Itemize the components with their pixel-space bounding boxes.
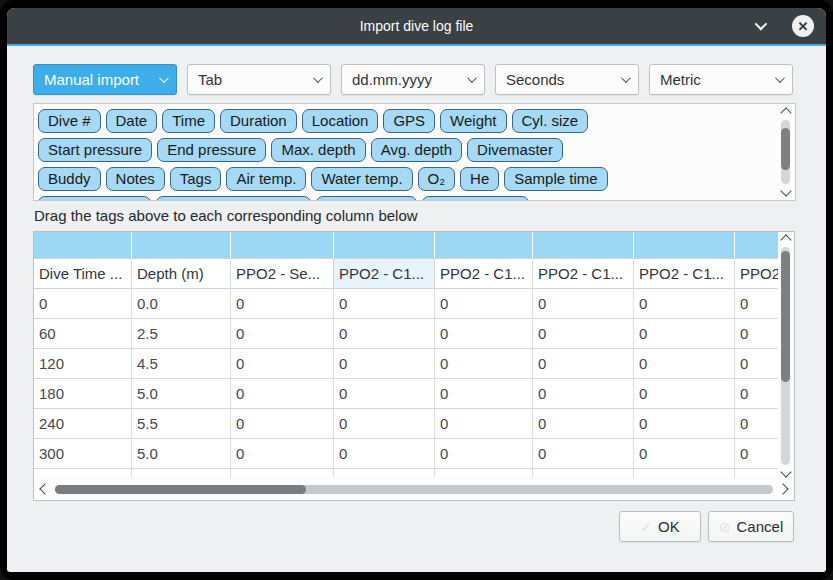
tag-chip[interactable]: Time [162, 109, 215, 133]
table-hscrollbar[interactable] [35, 479, 793, 499]
table-cell: 0 [231, 439, 334, 469]
table-cell: 300 [34, 439, 132, 469]
tag-chip[interactable]: Tags [170, 167, 222, 191]
table-cell: 0 [435, 349, 533, 379]
import-dialog-window: Import dive log file ✕ Manual importTabd… [7, 8, 826, 572]
table-cell: 0 [735, 409, 778, 439]
table-vscrollbar[interactable] [778, 233, 793, 479]
table-cell: 0 [231, 349, 334, 379]
table-row: 1805.0000000 [34, 379, 794, 409]
table-vscrollbar-track[interactable] [781, 247, 790, 465]
tag-chip[interactable]: Max. depth [271, 138, 365, 162]
table-cell: 0 [533, 289, 634, 319]
table-cell: 0 [533, 439, 634, 469]
table-hscrollbar-thumb[interactable] [55, 485, 306, 494]
tag-chip[interactable]: Sample temperature [156, 196, 312, 201]
drop-target-cell[interactable] [634, 232, 735, 259]
tag-chip[interactable]: Water temp. [311, 167, 412, 191]
tag-chip[interactable]: Sample CNS [422, 196, 529, 201]
select-value: Metric [660, 71, 775, 88]
table-header-row: Dive Time ...Depth (m)PPO2 - Se...PPO2 -… [34, 259, 794, 289]
tag-scrollbar-thumb[interactable] [781, 128, 790, 170]
tag-chip[interactable]: He [460, 167, 499, 191]
tag-chip[interactable]: Sample time [504, 167, 607, 191]
import-settings-row: Manual importTabdd.mm.yyyySecondsMetric [33, 64, 793, 95]
tag-chip[interactable]: Location [302, 109, 379, 133]
accent-line [7, 44, 826, 46]
table-cell: 0 [334, 439, 435, 469]
tag-chip[interactable]: Weight [440, 109, 506, 133]
drop-target-cell[interactable] [231, 232, 334, 259]
table-cell: 0 [634, 289, 735, 319]
date-format-select[interactable]: dd.mm.yyyy [341, 64, 485, 95]
tag-chip[interactable]: Sample pO₂ [316, 196, 417, 201]
field-separator-select[interactable]: Tab [187, 64, 331, 95]
drop-target-cell[interactable] [132, 232, 231, 259]
tag-chip[interactable]: Duration [220, 109, 297, 133]
tag-chip[interactable]: Start pressure [38, 138, 152, 162]
scroll-up-icon[interactable] [780, 107, 791, 118]
table-cell: 0 [435, 439, 533, 469]
table-cell: 5.0 [132, 379, 231, 409]
column-header: PPO2 - C1... [334, 259, 435, 289]
table-cell: 0 [435, 379, 533, 409]
table-cell [634, 469, 735, 478]
duration-format-select[interactable]: Seconds [495, 64, 639, 95]
scroll-down-icon[interactable] [780, 185, 791, 196]
column-header: PPO2 - C1... [533, 259, 634, 289]
units-select[interactable]: Metric [649, 64, 793, 95]
table-cell: 0 [735, 319, 778, 349]
scroll-up-icon[interactable] [780, 234, 791, 245]
table-cell [334, 469, 435, 478]
ok-button[interactable]: ✓ OK [619, 511, 701, 542]
table-row: 3005.0000000 [34, 439, 794, 469]
table-cell: 0 [634, 319, 735, 349]
table-row: 00.0000000 [34, 289, 794, 319]
drop-target-cell[interactable] [735, 232, 778, 259]
tag-chip[interactable]: GPS [383, 109, 435, 133]
tag-chip[interactable]: Date [106, 109, 158, 133]
drop-target-cell[interactable] [435, 232, 533, 259]
tag-chip[interactable]: Cyl. size [512, 109, 589, 133]
table-cell: 4.5 [132, 349, 231, 379]
column-header: PPO2 - Se... [231, 259, 334, 289]
tag-chip[interactable]: Avg. depth [371, 138, 462, 162]
table-vscrollbar-thumb[interactable] [781, 251, 790, 382]
table-cell: 0 [334, 319, 435, 349]
tag-chip[interactable]: Sample depth [38, 196, 151, 201]
table-cell: 0 [533, 349, 634, 379]
tag-chip[interactable]: End pressure [157, 138, 266, 162]
drop-target-cell[interactable] [533, 232, 634, 259]
tag-row-partial: Sample depthSample temperatureSample pO₂… [38, 196, 775, 201]
table-cell: 0 [735, 349, 778, 379]
table-cell: 240 [34, 409, 132, 439]
titlebar[interactable]: Import dive log file ✕ [7, 8, 826, 44]
table-cell: 0 [34, 289, 132, 319]
tag-scrollbar-track[interactable] [781, 120, 790, 184]
scroll-left-icon[interactable] [39, 483, 50, 494]
column-header: PPO2 - C1... [634, 259, 735, 289]
table-cell: 0.0 [132, 289, 231, 319]
table-cell: 5.0 [132, 439, 231, 469]
tag-chip[interactable]: Air temp. [226, 167, 306, 191]
table-cell: 2.5 [132, 319, 231, 349]
tag-chip[interactable]: Divemaster [467, 138, 563, 162]
scroll-right-icon[interactable] [777, 483, 788, 494]
tag-chip[interactable]: O₂ [418, 167, 456, 191]
tag-chip[interactable]: Dive # [38, 109, 101, 133]
table-cell: 5.5 [132, 409, 231, 439]
table-hscrollbar-track[interactable] [55, 485, 773, 494]
drop-target-cell[interactable] [34, 232, 132, 259]
close-icon[interactable]: ✕ [792, 15, 814, 37]
scroll-down-icon[interactable] [780, 466, 791, 477]
import-mode-select[interactable]: Manual import [33, 64, 177, 95]
table-row: 2405.5000000 [34, 409, 794, 439]
tag-scrollbar[interactable] [778, 106, 793, 198]
cancel-button[interactable]: ⊘ Cancel [708, 511, 794, 542]
drop-target-cell[interactable] [334, 232, 435, 259]
table-cell [435, 469, 533, 478]
tag-chip[interactable]: Buddy [38, 167, 101, 191]
tag-chip[interactable]: Notes [106, 167, 165, 191]
check-icon: ✓ [640, 519, 652, 535]
table-cell: 0 [533, 319, 634, 349]
